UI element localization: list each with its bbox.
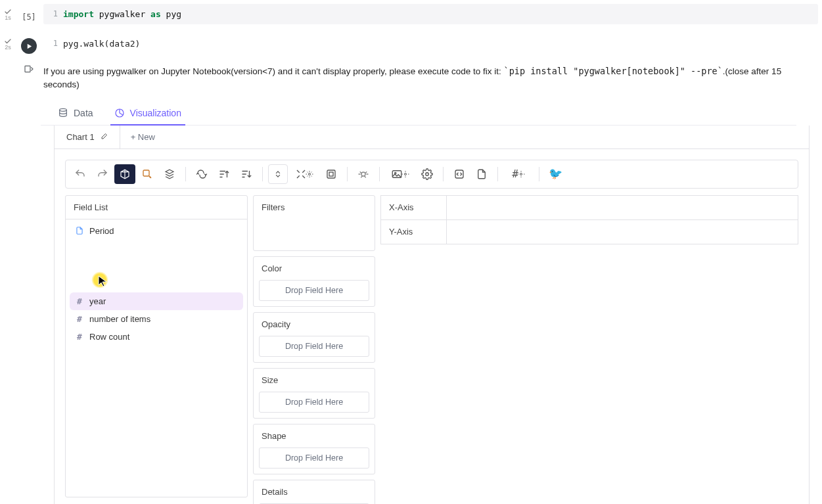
code-editor[interactable]: 1 pyg.walk(data2)	[43, 34, 822, 54]
layout-mode-button[interactable]	[289, 164, 319, 184]
export-image-button[interactable]	[385, 164, 415, 184]
field-year[interactable]: # year	[70, 292, 243, 310]
debug-button[interactable]	[353, 164, 374, 184]
dimension-icon	[75, 226, 84, 235]
x-axis-row: X-Axis	[380, 195, 798, 219]
toolbar-separator	[539, 167, 539, 181]
svg-rect-1	[25, 66, 30, 72]
coord-system-button[interactable]	[321, 164, 342, 184]
y-axis-row: Y-Axis	[380, 219, 798, 244]
output-message: If you are using pygwalker on Jupyter No…	[43, 60, 822, 96]
svg-point-5	[149, 176, 150, 177]
toolbar-separator	[379, 167, 380, 181]
measure-icon: #	[75, 332, 84, 342]
opacity-panel: Opacity Drop Field Here	[253, 312, 375, 363]
cell-output-row: If you are using pygwalker on Jupyter No…	[0, 60, 822, 96]
code-cell-1: 1s [5] 1 import pygwalker as pyg	[0, 4, 822, 24]
panels-row: Field List Period # year # number of ite…	[65, 195, 798, 505]
measure-icon: #	[75, 314, 84, 324]
sort-desc-button[interactable]	[236, 164, 257, 184]
toolbar-separator	[347, 167, 348, 181]
toolbar-separator	[185, 167, 186, 181]
transpose-button[interactable]	[191, 164, 212, 184]
svg-point-15	[520, 173, 522, 175]
code-line[interactable]: pyg.walk(data2)	[63, 34, 822, 54]
field-row-count[interactable]: # Row count	[70, 328, 243, 346]
bird-icon: 🐦	[549, 167, 562, 181]
field-number-of-items[interactable]: # number of items	[70, 310, 243, 328]
size-panel: Size Drop Field Here	[253, 368, 375, 419]
shape-panel: Shape Drop Field Here	[253, 424, 375, 474]
filters-panel: Filters	[253, 195, 375, 251]
exec-count: [5]	[14, 4, 43, 22]
svg-point-2	[60, 108, 67, 111]
toolbar-separator	[262, 167, 263, 181]
export-file-button[interactable]	[471, 164, 492, 184]
stack-mode-button[interactable]	[159, 164, 180, 184]
x-axis-drop-zone[interactable]	[447, 196, 798, 219]
edit-icon[interactable]	[100, 133, 108, 141]
opacity-drop-zone[interactable]: Drop Field Here	[259, 336, 369, 357]
config-button[interactable]	[417, 164, 438, 184]
axes-resize-button[interactable]	[268, 164, 288, 184]
database-icon	[58, 108, 68, 118]
undo-button[interactable]	[70, 164, 91, 184]
chart-tab-bar: Chart 1 + New	[54, 126, 810, 149]
svg-rect-8	[329, 172, 333, 176]
field-list-panel: Field List Period # year # number of ite…	[65, 195, 248, 497]
svg-point-6	[309, 173, 311, 175]
redo-button[interactable]	[92, 164, 113, 184]
run-cell-button[interactable]	[14, 34, 43, 54]
tab-visualization[interactable]: Visualization	[113, 103, 183, 125]
svg-rect-7	[327, 170, 335, 178]
export-code-button[interactable]	[449, 164, 470, 184]
field-list-heading: Field List	[66, 196, 247, 219]
toolbar-separator	[443, 167, 444, 181]
chart-icon	[114, 108, 125, 118]
axes-column: X-Axis Y-Axis	[380, 195, 798, 244]
viz-workspace: # 🐦 Field List Period # year	[54, 149, 810, 505]
ask-viz-button[interactable]: 🐦	[545, 164, 566, 184]
color-drop-zone[interactable]: Drop Field Here	[259, 280, 369, 301]
details-panel: Details Drop Field Here	[253, 480, 375, 505]
new-chart-button[interactable]: + New	[120, 126, 166, 149]
svg-point-12	[405, 173, 407, 175]
filters-drop-zone[interactable]	[254, 219, 375, 250]
encodings-column: Filters Color Drop Field Here Opacity Dr…	[253, 195, 375, 505]
cell-duration: 1s	[5, 14, 11, 21]
svg-point-13	[426, 172, 429, 175]
limit-button[interactable]: #	[503, 164, 534, 184]
color-panel: Color Drop Field Here	[253, 256, 375, 307]
y-axis-drop-zone[interactable]	[447, 220, 798, 244]
svg-rect-4	[143, 170, 149, 176]
size-drop-zone[interactable]: Drop Field Here	[259, 392, 369, 413]
cell-duration: 2s	[5, 44, 11, 51]
aggregation-toggle[interactable]	[114, 164, 135, 184]
output-toggle-icon[interactable]	[24, 64, 34, 74]
field-period[interactable]: Period	[70, 222, 243, 240]
svg-marker-0	[27, 43, 31, 48]
cell-status-2: 2s	[1, 34, 14, 51]
code-line[interactable]: import pygwalker as pyg	[63, 4, 818, 24]
measure-icon: #	[75, 296, 84, 306]
code-cell-2: 2s 1 pyg.walk(data2)	[0, 34, 822, 54]
viz-toolbar: # 🐦	[65, 160, 798, 189]
chart-tab-1[interactable]: Chart 1	[55, 126, 120, 149]
mark-type-button[interactable]	[137, 164, 158, 184]
main-tab-bar: Data Visualization	[41, 100, 796, 126]
code-editor[interactable]: 1 import pygwalker as pyg	[43, 4, 818, 24]
sort-asc-button[interactable]	[214, 164, 235, 184]
tab-data[interactable]: Data	[57, 103, 95, 125]
shape-drop-zone[interactable]: Drop Field Here	[259, 447, 369, 469]
play-icon[interactable]	[21, 38, 37, 54]
toolbar-separator	[497, 167, 498, 181]
toggle-output-button[interactable]	[14, 60, 43, 74]
cell-status-1: 1s	[1, 4, 14, 21]
svg-point-9	[361, 172, 365, 176]
